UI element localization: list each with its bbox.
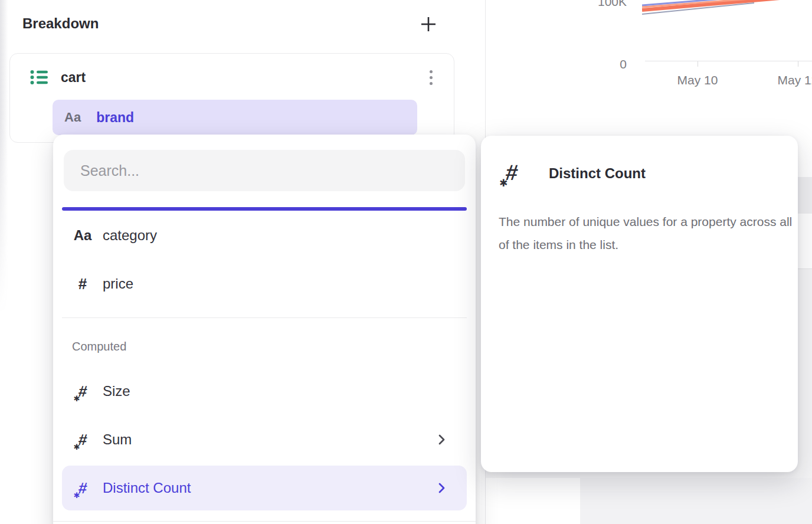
computed-number-icon: ✱#: [78, 432, 87, 447]
menu-item-label: price: [103, 276, 133, 292]
tooltip-title: Distinct Count: [549, 165, 646, 182]
chart-y-tick-0: 0: [582, 57, 627, 71]
selected-property-brand[interactable]: Aa brand: [53, 100, 417, 135]
menu-divider: [53, 521, 476, 522]
computed-section-label: Computed: [72, 340, 126, 353]
breakdown-card-cart: cart Aa brand: [9, 53, 454, 143]
selected-item-edge-indicator: [62, 207, 467, 211]
list-property-icon: [30, 69, 48, 86]
chart-x-axis-line: [645, 61, 812, 61]
tooltip-description: The number of unique values for a proper…: [499, 210, 798, 256]
distinct-count-tooltip: ✱# Distinct Count The number of unique v…: [481, 136, 798, 472]
chart-x-label-may12: May 12: [757, 73, 812, 87]
search-input[interactable]: [64, 150, 465, 191]
add-breakdown-button[interactable]: [419, 15, 438, 34]
computed-number-icon: ✱#: [78, 384, 87, 399]
card-menu-button[interactable]: [427, 66, 435, 89]
computed-number-icon: ✱#: [506, 162, 518, 184]
menu-item-label: Size: [103, 383, 130, 399]
menu-divider: [62, 317, 467, 318]
menu-item-label: Distinct Count: [103, 480, 191, 496]
menu-item-size[interactable]: ✱# Size: [62, 372, 467, 411]
kebab-dot: [430, 82, 433, 85]
breakdown-section-title: Breakdown: [22, 15, 99, 32]
menu-item-label: category: [103, 227, 157, 244]
kebab-dot: [430, 70, 433, 73]
plus-icon: [420, 15, 437, 33]
menu-item-label: Sum: [103, 431, 132, 448]
chart-y-tick-100k: 100K: [582, 0, 627, 9]
kebab-dot: [430, 76, 433, 79]
chart-x-label-may10: May 10: [656, 73, 739, 87]
text-property-icon: Aa: [64, 110, 81, 125]
text-property-icon: Aa: [74, 227, 92, 244]
menu-item-price[interactable]: # price: [62, 264, 467, 303]
menu-item-sum[interactable]: ✱# Sum: [62, 420, 467, 459]
panel-edge-shadow: [0, 0, 8, 330]
chart-tick-mark: [698, 61, 698, 67]
cart-label: cart: [61, 70, 86, 86]
chevron-right-icon: [438, 434, 446, 446]
computed-number-icon: ✱#: [78, 480, 87, 496]
property-dropdown: Aa category # price Computed ✱# Size ✱# …: [53, 135, 476, 524]
menu-item-category[interactable]: Aa category: [62, 216, 467, 255]
cart-row: cart: [30, 64, 86, 90]
selected-property-label: brand: [96, 110, 134, 126]
menu-item-distinct-count[interactable]: ✱# Distinct Count: [62, 466, 467, 510]
table-cell-stripe: [580, 478, 812, 524]
number-property-icon: #: [78, 275, 87, 293]
chevron-right-icon: [438, 482, 446, 494]
chart-tick-mark: [798, 61, 798, 67]
line-chart-series: [642, 0, 812, 21]
search-box: [64, 150, 465, 191]
